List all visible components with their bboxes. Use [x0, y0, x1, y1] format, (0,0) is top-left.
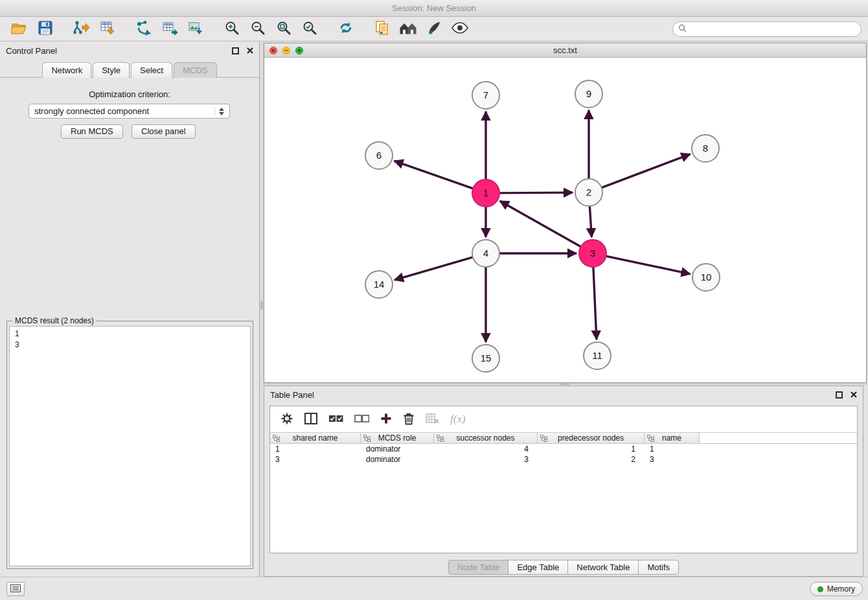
table-header-row: shared nameMCDS rolesuccessor nodesprede… — [270, 432, 857, 444]
mcds-result-text[interactable]: 1 3 — [9, 326, 251, 566]
table-cell[interactable]: dominator — [361, 444, 434, 454]
export-image-button[interactable] — [183, 19, 209, 40]
search-input[interactable] — [690, 25, 856, 34]
open-session-button[interactable] — [6, 19, 32, 40]
node-table: f(x) shared nameMCDS rolesuccessor nodes… — [269, 406, 858, 553]
table-panel-tabs: Node Table Edge Table Network Table Moti… — [264, 560, 863, 575]
edge-3-11[interactable] — [593, 266, 597, 340]
table-cell[interactable]: 3 — [434, 454, 538, 465]
delete-column-button[interactable] — [403, 412, 415, 427]
delete-table-icon — [426, 413, 439, 426]
zoom-window-button[interactable] — [295, 47, 303, 54]
close-panel-button[interactable] — [247, 47, 253, 54]
create-column-button[interactable] — [380, 413, 392, 426]
import-network-icon — [73, 20, 90, 38]
apply-layout-button[interactable] — [333, 19, 359, 40]
splitter-grip[interactable] — [560, 384, 569, 385]
zoom-out-button[interactable] — [245, 19, 271, 40]
deselect-all-columns-button[interactable] — [354, 415, 369, 424]
table-cell[interactable]: 4 — [434, 444, 538, 454]
tab-style[interactable]: Style — [93, 62, 130, 78]
close-table-panel-button[interactable] — [851, 391, 857, 398]
show-columns-button[interactable] — [304, 413, 317, 426]
import-table-icon — [100, 20, 116, 38]
zoom-fit-button[interactable] — [271, 19, 297, 40]
table-cell[interactable]: 1 — [645, 444, 700, 454]
task-history-button[interactable] — [6, 582, 25, 596]
network-window-titlebar[interactable]: scc.txt — [264, 43, 866, 58]
column-header-label: shared name — [292, 433, 337, 443]
show-details-button[interactable] — [447, 19, 473, 40]
header-filler — [700, 433, 857, 443]
window-titlebar: Session: New Session — [0, 0, 868, 17]
trash-icon — [403, 412, 415, 427]
first-neighbors-button[interactable] — [369, 19, 395, 40]
unchecked-boxes-icon — [354, 415, 369, 424]
close-panel-action-button[interactable]: Close panel — [131, 124, 196, 139]
select-all-columns-button[interactable] — [328, 415, 343, 424]
tab-network[interactable]: Network — [42, 62, 91, 78]
share-network-icon — [136, 20, 152, 38]
column-header-shared-name[interactable]: shared name — [270, 433, 361, 443]
edge-3-10[interactable] — [605, 256, 691, 274]
window-controls — [269, 47, 303, 54]
table-cell[interactable]: dominator — [361, 454, 434, 465]
network-table-button[interactable] — [157, 19, 183, 40]
table-body: 1dominator4113dominator323 — [270, 444, 857, 465]
criterion-select[interactable]: strongly connected component — [29, 104, 230, 119]
tab-node-table[interactable]: Node Table — [448, 560, 509, 575]
column-header-MCDS-role[interactable]: MCDS role — [361, 433, 434, 443]
table-mode-button[interactable] — [280, 412, 293, 427]
table-row[interactable]: 1dominator411 — [270, 444, 857, 454]
splitter-grip[interactable] — [260, 301, 263, 310]
memory-button[interactable]: Memory — [810, 582, 863, 596]
table-cell[interactable]: 3 — [645, 454, 700, 465]
refresh-icon — [338, 20, 354, 38]
minimize-window-button[interactable] — [282, 47, 290, 54]
import-table-button[interactable] — [95, 19, 120, 40]
network-canvas[interactable]: 7968124314101511 — [264, 58, 866, 382]
column-header-predecessor-nodes[interactable]: predecessor nodes — [538, 433, 645, 443]
zoom-in-button[interactable] — [219, 19, 245, 40]
edge-1-6[interactable] — [394, 161, 474, 189]
search-field[interactable] — [672, 21, 862, 37]
edge-2-3[interactable] — [589, 205, 591, 237]
node-label-9: 9 — [586, 88, 591, 99]
new-network-button[interactable] — [131, 19, 157, 40]
table-cell[interactable]: 2 — [538, 454, 645, 465]
column-header-successor-nodes[interactable]: successor nodes — [434, 433, 538, 443]
function-builder-button: f(x) — [450, 413, 466, 426]
float-panel-button[interactable] — [232, 47, 239, 54]
column-tree-icon — [647, 435, 654, 444]
control-panel: Control Panel Network Style Select MCDS … — [0, 41, 260, 577]
table-row[interactable]: 3dominator323 — [270, 454, 857, 465]
import-network-button[interactable] — [69, 19, 95, 40]
save-session-button[interactable] — [32, 19, 58, 40]
tab-motifs[interactable]: Motifs — [638, 560, 679, 575]
node-label-1: 1 — [483, 187, 488, 198]
home-button[interactable] — [395, 19, 421, 40]
main-toolbar — [0, 17, 868, 41]
float-table-panel-button[interactable] — [836, 391, 843, 398]
tab-select[interactable]: Select — [131, 62, 172, 78]
fx-icon: f(x) — [450, 413, 466, 426]
tab-network-table[interactable]: Network Table — [567, 560, 639, 575]
tab-edge-table[interactable]: Edge Table — [508, 560, 568, 575]
column-tree-icon — [540, 435, 547, 444]
column-header-name[interactable]: name — [645, 433, 700, 443]
tab-mcds[interactable]: MCDS — [174, 62, 216, 78]
node-label-7: 7 — [483, 89, 488, 100]
run-mcds-button[interactable]: Run MCDS — [61, 124, 123, 139]
export-image-icon — [188, 20, 204, 38]
edge-1-2[interactable] — [498, 192, 573, 193]
control-panel-tabs: Network Style Select MCDS — [0, 61, 259, 78]
edge-4-14[interactable] — [394, 257, 474, 280]
close-window-button[interactable] — [269, 47, 277, 54]
table-cell[interactable]: 3 — [270, 454, 361, 465]
table-cell[interactable]: 1 — [538, 444, 645, 454]
table-cell[interactable]: 1 — [270, 444, 361, 454]
zoom-selected-button[interactable] — [297, 19, 323, 40]
annotation-button[interactable] — [421, 19, 447, 40]
edge-2-8[interactable] — [600, 154, 691, 188]
edge-3-1[interactable] — [500, 201, 582, 247]
